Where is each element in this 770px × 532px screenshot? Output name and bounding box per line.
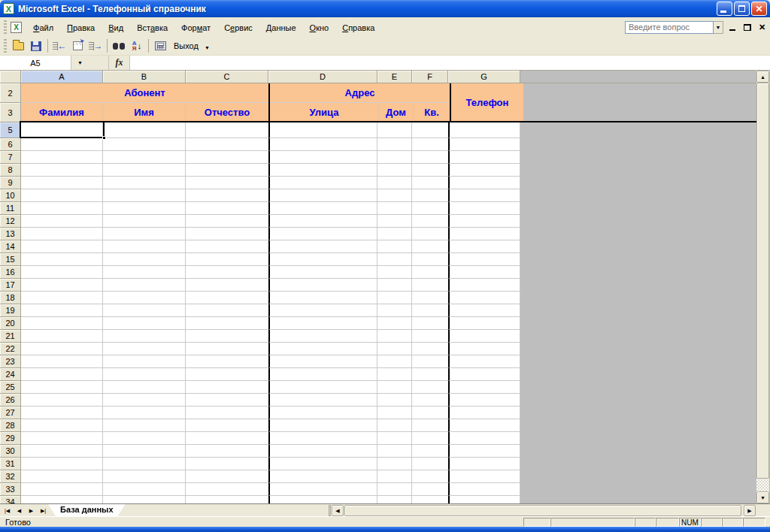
menu-правка[interactable]: Правка [60,20,102,35]
cell-E33[interactable] [377,483,412,496]
cell-G17[interactable] [448,279,520,292]
cell-C11[interactable] [186,202,268,215]
cell-F17[interactable] [412,279,448,292]
cell-A26[interactable] [21,394,103,407]
cell-D29[interactable] [268,432,377,445]
cell-B12[interactable] [103,215,186,228]
cell-A32[interactable] [21,470,103,483]
menu-файл[interactable]: Файл [26,20,60,35]
cell-A28[interactable] [21,419,103,432]
cell-G6[interactable] [448,138,520,151]
row-header-8[interactable]: 8 [0,164,21,177]
row-header-9[interactable]: 9 [0,177,21,189]
cell-G32[interactable] [448,470,520,483]
workbook-minimize-button[interactable] [726,21,738,33]
cell-B10[interactable] [103,189,186,202]
cell-F22[interactable] [412,343,448,355]
cell-F33[interactable] [412,483,448,496]
menu-вставка[interactable]: Вставка [130,20,174,35]
cell-A18[interactable] [21,292,103,304]
cell-A22[interactable] [21,343,103,355]
row-header-34[interactable]: 34 [0,496,21,503]
cell-F29[interactable] [412,432,448,445]
cell-E15[interactable] [377,253,412,266]
row-header-24[interactable]: 24 [0,368,21,381]
close-button[interactable]: ✕ [751,2,767,16]
cell-G33[interactable] [448,483,520,496]
cell-G15[interactable] [448,253,520,266]
cell-A13[interactable] [21,228,103,240]
cell-C15[interactable] [186,253,268,266]
cell-G5[interactable] [448,122,520,138]
cell-D9[interactable] [268,177,377,189]
cell-F16[interactable] [412,266,448,279]
cell-E10[interactable] [377,189,412,202]
menu-сервис[interactable]: Сервис [217,20,259,35]
last-sheet-button[interactable]: ▶| [38,505,49,516]
row-header-17[interactable]: 17 [0,279,21,292]
menu-данные[interactable]: Данные [259,20,303,35]
cell-D27[interactable] [268,407,377,419]
cell-G12[interactable] [448,215,520,228]
cell-G29[interactable] [448,432,520,445]
cell-F18[interactable] [412,292,448,304]
cell-G13[interactable] [448,228,520,240]
cell-adres[interactable]: Адрес [270,83,450,103]
cell-D12[interactable] [268,215,377,228]
cell-B14[interactable] [103,240,186,253]
cell-D14[interactable] [268,240,377,253]
cell-B8[interactable] [103,164,186,177]
cell-B32[interactable] [103,470,186,483]
row-header-12[interactable]: 12 [0,215,21,228]
cell-F23[interactable] [412,355,448,368]
cell-G21[interactable] [448,330,520,343]
cell-D17[interactable] [268,279,377,292]
cell-D8[interactable] [268,164,377,177]
cell-D30[interactable] [268,445,377,458]
horizontal-scroll-thumb[interactable] [344,505,741,516]
insert-function-button[interactable]: fx [109,56,130,70]
row-header-7[interactable]: 7 [0,151,21,164]
cell-A33[interactable] [21,483,103,496]
menubar-grip[interactable] [4,20,7,34]
scroll-up-button[interactable]: ▲ [756,71,769,83]
cell-D5[interactable] [268,122,377,138]
cell-G34[interactable] [448,496,520,503]
cell-ulitsa[interactable]: Улица [270,103,379,121]
cell-C33[interactable] [186,483,268,496]
cell-D16[interactable] [268,266,377,279]
cell-B34[interactable] [103,496,186,503]
cell-A8[interactable] [21,164,103,177]
menu-окно[interactable]: Окно [303,20,336,35]
cell-G19[interactable] [448,304,520,317]
cell-C9[interactable] [186,177,268,189]
cell-A7[interactable] [21,151,103,164]
add-record-button[interactable]: ← [50,38,68,54]
cell-F25[interactable] [412,381,448,394]
cell-G31[interactable] [448,458,520,470]
delete-record-button[interactable]: → [86,38,105,54]
cell-C5[interactable] [186,122,268,138]
cell-G8[interactable] [448,164,520,177]
cell-F9[interactable] [412,177,448,189]
row-header-10[interactable]: 10 [0,189,21,202]
cell-F26[interactable] [412,394,448,407]
row-header-29[interactable]: 29 [0,432,21,445]
column-header-B[interactable]: B [103,71,186,83]
cell-A31[interactable] [21,458,103,470]
toolbar-options-icon[interactable]: ▼ [205,45,210,50]
cell-E32[interactable] [377,470,412,483]
row-header-14[interactable]: 14 [0,240,21,253]
vertical-scrollbar[interactable]: ▲ ▼ [756,71,769,503]
cell-B11[interactable] [103,202,186,215]
workbook-restore-button[interactable] [741,21,753,33]
tab-split-handle[interactable] [329,505,331,516]
toolbar-grip[interactable] [4,39,7,53]
row-header-27[interactable]: 27 [0,407,21,419]
cell-E5[interactable] [377,122,412,138]
cell-otchestvo[interactable]: Отчество [186,103,268,121]
cell-E11[interactable] [377,202,412,215]
cell-A16[interactable] [21,266,103,279]
question-input[interactable] [625,21,714,34]
cell-C25[interactable] [186,381,268,394]
